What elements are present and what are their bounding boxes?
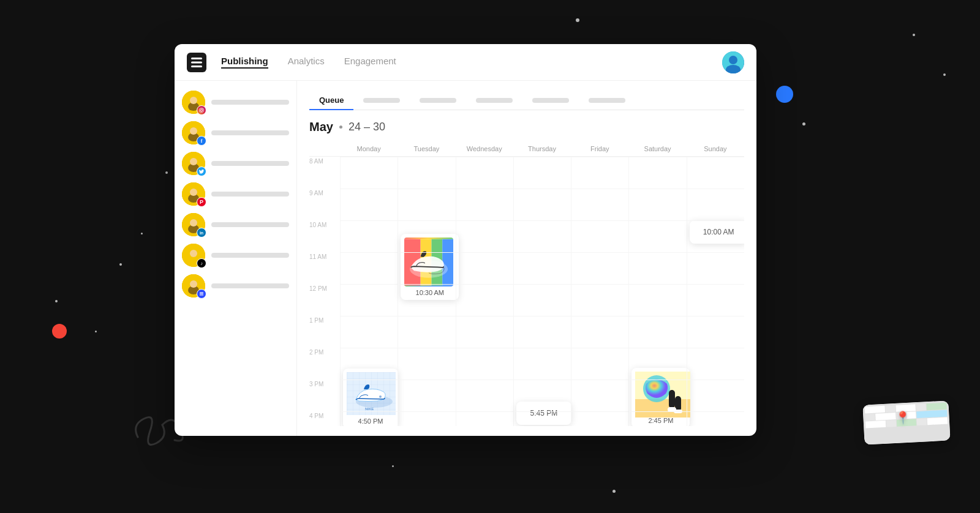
hour-line — [687, 411, 744, 412]
hour-line — [687, 252, 744, 253]
twitter-label — [211, 161, 289, 166]
pinterest-badge: P — [197, 197, 206, 207]
hour-line — [456, 348, 513, 348]
dot-decoration — [119, 263, 122, 266]
nav-analytics[interactable]: Analytics — [288, 56, 325, 69]
time-2pm: 2 PM — [309, 348, 340, 380]
nav-links: Publishing Analytics Engagement — [221, 56, 722, 69]
hour-line — [398, 189, 455, 189]
buffer-logo[interactable] — [187, 53, 206, 72]
buffer-avatar — [182, 274, 205, 298]
red-dot-decoration — [52, 324, 67, 339]
date-separator-dot — [339, 125, 342, 129]
event-image-yellow-sneaker — [635, 372, 684, 414]
user-avatar[interactable] — [722, 51, 744, 73]
event-image-blue-sneaker: NIKE — [347, 372, 396, 415]
hour-line — [687, 220, 744, 221]
tab-placeholder-2[interactable] — [363, 98, 400, 103]
top-navigation: Publishing Analytics Engagement — [175, 44, 756, 81]
calendar-grid: Monday Tuesday Wednesday Thursday Friday… — [309, 143, 744, 426]
pinterest-avatar: P — [182, 182, 205, 206]
tab-queue[interactable]: Queue — [309, 91, 353, 110]
hour-line — [571, 348, 628, 348]
dot-decoration — [95, 331, 97, 332]
event-sunday-1000[interactable]: 10:00 AM — [690, 220, 744, 244]
hour-line — [629, 348, 686, 348]
calendar-month: May — [309, 120, 333, 134]
tab-placeholder-6[interactable] — [589, 98, 625, 103]
svg-point-19 — [190, 158, 197, 165]
sidebar-item-facebook[interactable]: f — [182, 121, 289, 144]
event-time-545pm: 5:45 PM — [522, 406, 565, 420]
day-headers: Monday Tuesday Wednesday Thursday Friday… — [309, 143, 744, 157]
tab-placeholder-4[interactable] — [476, 98, 513, 103]
dot-decoration — [612, 490, 616, 493]
calendar-range: 24 – 30 — [349, 121, 385, 133]
svg-point-37 — [379, 395, 382, 398]
hour-line — [398, 252, 455, 253]
pinterest-label — [211, 192, 289, 197]
hour-line — [341, 316, 398, 316]
twitter-badge — [197, 167, 206, 176]
hour-line — [629, 411, 686, 412]
sidebar-item-instagram[interactable] — [182, 91, 289, 114]
dot-decoration — [165, 171, 168, 174]
hour-line — [629, 380, 686, 380]
sidebar-item-buffer[interactable] — [182, 274, 289, 298]
sidebar-item-tiktok[interactable]: ♪ — [182, 244, 289, 267]
svg-point-13 — [203, 108, 203, 109]
blue-dot-decoration — [776, 86, 793, 103]
svg-point-9 — [190, 97, 197, 104]
sidebar-item-pinterest[interactable]: P — [182, 182, 289, 206]
buffer-badge — [197, 289, 206, 299]
time-12pm: 12 PM — [309, 284, 340, 316]
event-monday-450[interactable]: NIKE 4:50 PM — [343, 369, 398, 426]
sidebar-item-twitter[interactable] — [182, 152, 289, 175]
hour-line — [456, 316, 513, 316]
hour-line — [571, 284, 628, 285]
dot-decoration — [913, 34, 915, 36]
column-sunday: 10:00 AM — [687, 157, 744, 426]
hour-line — [398, 316, 455, 316]
linkedin-avatar: in — [182, 213, 205, 236]
hour-line — [687, 380, 744, 380]
event-tuesday-1030[interactable]: 10:30 AM — [401, 234, 459, 300]
svg-point-25 — [190, 219, 197, 227]
tiktok-badge: ♪ — [197, 258, 206, 268]
hour-line — [629, 252, 686, 253]
calendar-tabs: Queue — [309, 91, 744, 110]
hour-line — [341, 348, 398, 348]
svg-point-30 — [190, 280, 197, 288]
event-thursday-545[interactable]: 5:45 PM — [516, 402, 571, 425]
event-image-colorful-sneaker — [404, 238, 453, 286]
tab-placeholder-5[interactable] — [532, 98, 569, 103]
hour-line — [571, 157, 628, 157]
nav-engagement[interactable]: Engagement — [344, 56, 396, 69]
tiktok-label — [211, 253, 289, 258]
hour-line — [571, 316, 628, 316]
calendar-area: Queue May 24 – 30 Monday Tuesday — [297, 81, 756, 436]
hour-line — [341, 189, 398, 189]
app-window: Publishing Analytics Engagement — [175, 44, 756, 436]
column-saturday: 2:45 PM — [628, 157, 686, 426]
hour-line — [341, 284, 398, 285]
event-saturday-245[interactable]: 2:45 PM — [631, 368, 690, 426]
event-time-450pm: 4:50 PM — [347, 415, 394, 425]
hour-line — [629, 284, 686, 285]
sidebar-item-linkedin[interactable]: in — [182, 213, 289, 236]
hour-line — [398, 380, 455, 380]
tab-placeholder-3[interactable] — [420, 98, 456, 103]
facebook-avatar: f — [182, 121, 205, 144]
hour-line — [629, 220, 686, 221]
hour-line — [629, 316, 686, 316]
time-4pm: 4 PM — [309, 411, 340, 426]
hour-line — [687, 157, 744, 157]
dot-decoration — [576, 18, 579, 22]
day-header-sunday: Sunday — [687, 143, 744, 156]
nav-publishing[interactable]: Publishing — [221, 56, 268, 69]
facebook-badge: f — [197, 136, 206, 146]
day-header-saturday: Saturday — [628, 143, 686, 156]
time-3pm: 3 PM — [309, 380, 340, 411]
day-header-wednesday: Wednesday — [456, 143, 513, 156]
event-time-1000am: 10:00 AM — [696, 225, 742, 239]
